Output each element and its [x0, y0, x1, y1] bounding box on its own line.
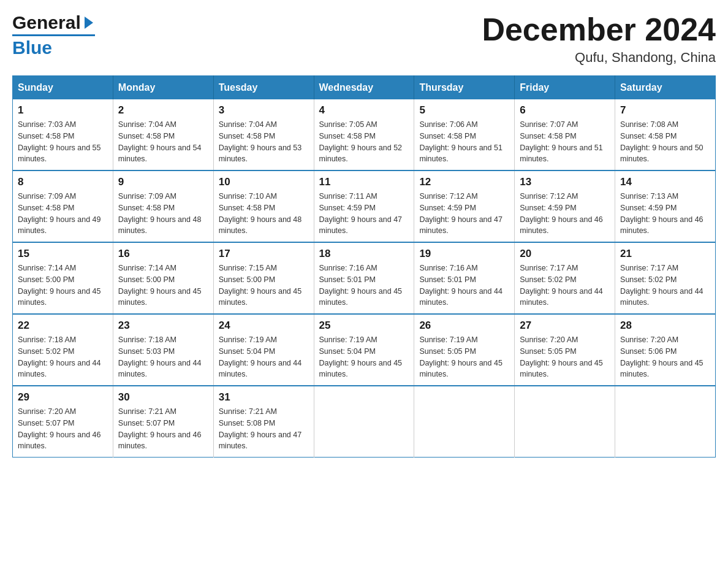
- day-number: 13: [520, 176, 610, 188]
- day-info: Sunrise: 7:04 AMSunset: 4:58 PMDaylight:…: [219, 119, 309, 165]
- table-row: 18Sunrise: 7:16 AMSunset: 5:01 PMDayligh…: [314, 242, 414, 314]
- day-number: 20: [520, 248, 610, 260]
- table-row: 6Sunrise: 7:07 AMSunset: 4:58 PMDaylight…: [515, 99, 615, 170]
- table-row: 20Sunrise: 7:17 AMSunset: 5:02 PMDayligh…: [515, 242, 615, 314]
- day-info: Sunrise: 7:10 AMSunset: 4:58 PMDaylight:…: [219, 191, 309, 237]
- table-row: 14Sunrise: 7:13 AMSunset: 4:59 PMDayligh…: [615, 170, 716, 242]
- day-number: 14: [620, 176, 710, 188]
- table-row: [515, 386, 615, 458]
- day-number: 25: [319, 320, 409, 332]
- day-number: 9: [118, 176, 208, 188]
- calendar-week-row: 29Sunrise: 7:20 AMSunset: 5:07 PMDayligh…: [13, 386, 716, 458]
- day-number: 16: [118, 248, 208, 260]
- col-wednesday: Wednesday: [314, 76, 414, 100]
- table-row: 8Sunrise: 7:09 AMSunset: 4:58 PMDaylight…: [13, 170, 113, 242]
- day-info: Sunrise: 7:12 AMSunset: 4:59 PMDaylight:…: [520, 191, 610, 237]
- table-row: 9Sunrise: 7:09 AMSunset: 4:58 PMDaylight…: [113, 170, 213, 242]
- table-row: 29Sunrise: 7:20 AMSunset: 5:07 PMDayligh…: [13, 386, 113, 458]
- day-number: 3: [219, 104, 309, 117]
- day-number: 8: [18, 176, 108, 188]
- col-thursday: Thursday: [414, 76, 515, 100]
- table-row: 25Sunrise: 7:19 AMSunset: 5:04 PMDayligh…: [314, 314, 414, 386]
- table-row: 15Sunrise: 7:14 AMSunset: 5:00 PMDayligh…: [13, 242, 113, 314]
- location-text: Qufu, Shandong, China: [482, 50, 716, 66]
- day-info: Sunrise: 7:17 AMSunset: 5:02 PMDaylight:…: [620, 262, 710, 308]
- day-info: Sunrise: 7:04 AMSunset: 4:58 PMDaylight:…: [118, 119, 208, 165]
- table-row: 7Sunrise: 7:08 AMSunset: 4:58 PMDaylight…: [615, 99, 716, 170]
- day-info: Sunrise: 7:09 AMSunset: 4:58 PMDaylight:…: [18, 191, 108, 237]
- day-number: 15: [18, 248, 108, 260]
- day-number: 17: [219, 248, 309, 260]
- table-row: 17Sunrise: 7:15 AMSunset: 5:00 PMDayligh…: [213, 242, 314, 314]
- table-row: 16Sunrise: 7:14 AMSunset: 5:00 PMDayligh…: [113, 242, 213, 314]
- table-row: 27Sunrise: 7:20 AMSunset: 5:05 PMDayligh…: [515, 314, 615, 386]
- table-row: 2Sunrise: 7:04 AMSunset: 4:58 PMDaylight…: [113, 99, 213, 170]
- day-info: Sunrise: 7:16 AMSunset: 5:01 PMDaylight:…: [319, 262, 409, 308]
- table-row: [414, 386, 515, 458]
- calendar-week-row: 8Sunrise: 7:09 AMSunset: 4:58 PMDaylight…: [13, 170, 716, 242]
- day-info: Sunrise: 7:14 AMSunset: 5:00 PMDaylight:…: [118, 262, 208, 308]
- title-block: December 2024 Qufu, Shandong, China: [482, 12, 716, 66]
- day-info: Sunrise: 7:16 AMSunset: 5:01 PMDaylight:…: [419, 262, 509, 308]
- table-row: [314, 386, 414, 458]
- calendar-week-row: 22Sunrise: 7:18 AMSunset: 5:02 PMDayligh…: [13, 314, 716, 386]
- day-info: Sunrise: 7:20 AMSunset: 5:07 PMDaylight:…: [18, 406, 108, 452]
- day-number: 28: [620, 320, 710, 332]
- col-saturday: Saturday: [615, 76, 716, 100]
- day-number: 12: [419, 176, 509, 188]
- table-row: 1Sunrise: 7:03 AMSunset: 4:58 PMDaylight…: [13, 99, 113, 170]
- table-row: 11Sunrise: 7:11 AMSunset: 4:59 PMDayligh…: [314, 170, 414, 242]
- logo-general-text: General: [12, 12, 81, 33]
- day-info: Sunrise: 7:19 AMSunset: 5:04 PMDaylight:…: [219, 334, 309, 380]
- day-number: 5: [419, 104, 509, 117]
- day-number: 4: [319, 104, 409, 117]
- day-number: 7: [620, 104, 710, 117]
- day-info: Sunrise: 7:14 AMSunset: 5:00 PMDaylight:…: [18, 262, 108, 308]
- table-row: [615, 386, 716, 458]
- day-info: Sunrise: 7:18 AMSunset: 5:03 PMDaylight:…: [118, 334, 208, 380]
- day-info: Sunrise: 7:03 AMSunset: 4:58 PMDaylight:…: [18, 119, 108, 165]
- day-number: 10: [219, 176, 309, 188]
- table-row: 4Sunrise: 7:05 AMSunset: 4:58 PMDaylight…: [314, 99, 414, 170]
- day-info: Sunrise: 7:09 AMSunset: 4:58 PMDaylight:…: [118, 191, 208, 237]
- day-number: 1: [18, 104, 108, 117]
- table-row: 3Sunrise: 7:04 AMSunset: 4:58 PMDaylight…: [213, 99, 314, 170]
- day-info: Sunrise: 7:13 AMSunset: 4:59 PMDaylight:…: [620, 191, 710, 237]
- day-info: Sunrise: 7:21 AMSunset: 5:08 PMDaylight:…: [219, 406, 309, 452]
- day-number: 22: [18, 320, 108, 332]
- table-row: 23Sunrise: 7:18 AMSunset: 5:03 PMDayligh…: [113, 314, 213, 386]
- day-info: Sunrise: 7:08 AMSunset: 4:58 PMDaylight:…: [620, 119, 710, 165]
- day-info: Sunrise: 7:20 AMSunset: 5:06 PMDaylight:…: [620, 334, 710, 380]
- table-row: 13Sunrise: 7:12 AMSunset: 4:59 PMDayligh…: [515, 170, 615, 242]
- day-info: Sunrise: 7:17 AMSunset: 5:02 PMDaylight:…: [520, 262, 610, 308]
- day-number: 24: [219, 320, 309, 332]
- table-row: 31Sunrise: 7:21 AMSunset: 5:08 PMDayligh…: [213, 386, 314, 458]
- day-number: 11: [319, 176, 409, 188]
- day-info: Sunrise: 7:05 AMSunset: 4:58 PMDaylight:…: [319, 119, 409, 165]
- table-row: 5Sunrise: 7:06 AMSunset: 4:58 PMDaylight…: [414, 99, 515, 170]
- col-monday: Monday: [113, 76, 213, 100]
- day-info: Sunrise: 7:19 AMSunset: 5:04 PMDaylight:…: [319, 334, 409, 380]
- col-tuesday: Tuesday: [213, 76, 314, 100]
- table-row: 30Sunrise: 7:21 AMSunset: 5:07 PMDayligh…: [113, 386, 213, 458]
- day-info: Sunrise: 7:18 AMSunset: 5:02 PMDaylight:…: [18, 334, 108, 380]
- logo-blue-text: Blue: [12, 37, 52, 58]
- col-sunday: Sunday: [13, 76, 113, 100]
- day-info: Sunrise: 7:21 AMSunset: 5:07 PMDaylight:…: [118, 406, 208, 452]
- table-row: 10Sunrise: 7:10 AMSunset: 4:58 PMDayligh…: [213, 170, 314, 242]
- day-number: 30: [118, 391, 208, 404]
- day-info: Sunrise: 7:20 AMSunset: 5:05 PMDaylight:…: [520, 334, 610, 380]
- day-info: Sunrise: 7:15 AMSunset: 5:00 PMDaylight:…: [219, 262, 309, 308]
- day-number: 26: [419, 320, 509, 332]
- day-number: 27: [520, 320, 610, 332]
- day-info: Sunrise: 7:19 AMSunset: 5:05 PMDaylight:…: [419, 334, 509, 380]
- calendar-header-row: Sunday Monday Tuesday Wednesday Thursday…: [13, 76, 716, 100]
- day-info: Sunrise: 7:12 AMSunset: 4:59 PMDaylight:…: [419, 191, 509, 237]
- day-number: 31: [219, 391, 309, 404]
- calendar-table: Sunday Monday Tuesday Wednesday Thursday…: [12, 75, 716, 458]
- day-info: Sunrise: 7:06 AMSunset: 4:58 PMDaylight:…: [419, 119, 509, 165]
- day-number: 23: [118, 320, 208, 332]
- calendar-week-row: 15Sunrise: 7:14 AMSunset: 5:00 PMDayligh…: [13, 242, 716, 314]
- day-info: Sunrise: 7:07 AMSunset: 4:58 PMDaylight:…: [520, 119, 610, 165]
- month-title: December 2024: [482, 12, 716, 47]
